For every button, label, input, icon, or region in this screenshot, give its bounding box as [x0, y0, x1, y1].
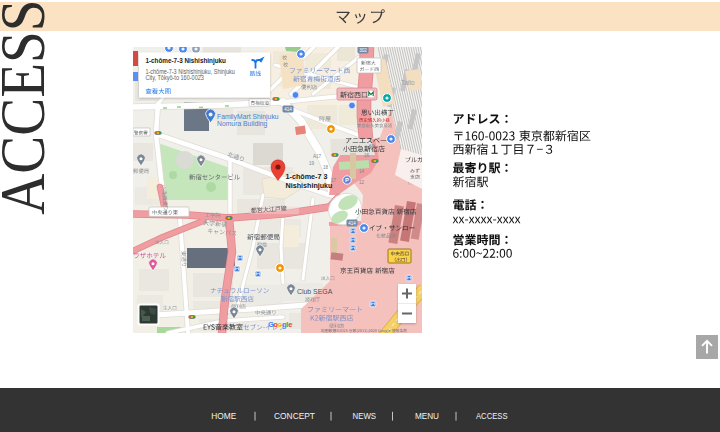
svg-text:14: 14 [359, 169, 365, 174]
svg-text:18: 18 [323, 165, 329, 170]
svg-text:12: 12 [359, 180, 365, 185]
svg-text:302: 302 [359, 48, 367, 53]
svg-text:ACCESS: ACCESS [0, 0, 57, 215]
svg-text:Taito: Taito [401, 79, 415, 86]
svg-text:CONCEPT: CONCEPT [274, 410, 315, 421]
svg-text:A17: A17 [313, 154, 322, 159]
svg-text:HOME: HOME [211, 410, 236, 421]
svg-text:MENU: MENU [415, 410, 439, 421]
svg-text:1-chōme-7 3: 1-chōme-7 3 [286, 173, 328, 180]
svg-text:19: 19 [309, 161, 315, 166]
svg-text:ACCESS: ACCESS [476, 410, 508, 421]
svg-text:P: P [345, 177, 349, 183]
svg-text:Club SEGA: Club SEGA [297, 288, 333, 295]
svg-text:Nishishinjuku: Nishishinjuku [286, 182, 333, 190]
svg-text:16: 16 [364, 153, 370, 158]
svg-text:414: 414 [348, 221, 356, 226]
svg-text:e: e [288, 320, 292, 329]
svg-text:15: 15 [369, 144, 375, 149]
svg-text:City, Tōkyō-to 160-0023: City, Tōkyō-to 160-0023 [145, 74, 204, 82]
svg-text:1-chōme-7-3 Nishishinjuku: 1-chōme-7-3 Nishishinjuku [145, 56, 226, 65]
svg-text:Nomura Building: Nomura Building [217, 120, 267, 128]
svg-text:NEWS: NEWS [353, 410, 377, 421]
svg-text:414: 414 [284, 107, 292, 112]
